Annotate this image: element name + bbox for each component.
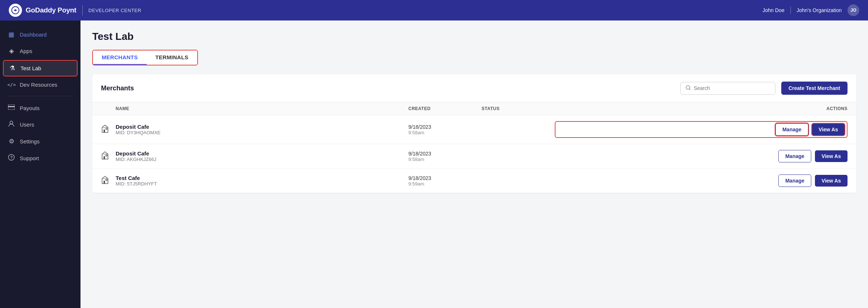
svg-rect-8: [104, 129, 105, 132]
devresources-icon: </>: [7, 82, 15, 87]
merchant-info: Test Cafe MID: 5TJ5RDHYFT: [116, 175, 408, 187]
avatar[interactable]: JO: [848, 4, 859, 16]
created-time: 9:58am: [408, 130, 482, 135]
sidebar-item-label: Apps: [20, 48, 32, 54]
page-header: Test Lab MERCHANTS TERMINALS: [81, 20, 868, 65]
created-date: 9/18/2023: [408, 124, 482, 130]
table-header: NAME CREATED STATUS ACTIONS: [92, 102, 856, 115]
svg-text:?: ?: [10, 155, 13, 159]
table-row: Deposit Cafe MID: DY3HQAOMXE 9/18/2023 9…: [92, 115, 856, 144]
svg-point-9: [106, 128, 107, 129]
svg-point-3: [10, 121, 13, 124]
apps-icon: ◈: [7, 47, 15, 55]
users-icon: [7, 120, 15, 129]
merchant-info: Deposit Cafe MID: AKGHKJZ66J: [116, 150, 408, 162]
page-title: Test Lab: [92, 31, 856, 42]
merchant-created: 9/18/2023 9:58am: [408, 124, 482, 135]
logo: GoDaddy Poynt: [9, 4, 76, 17]
merchant-created: 9/18/2023 9:58am: [408, 151, 482, 162]
sidebar-divider: [7, 96, 73, 96]
testlab-icon: ⚗: [8, 64, 16, 72]
view-as-button[interactable]: View As: [812, 124, 845, 135]
merchant-actions: Manage View As: [555, 121, 848, 138]
svg-rect-2: [8, 106, 15, 107]
manage-button[interactable]: Manage: [778, 150, 811, 162]
merchant-icon: [101, 151, 116, 162]
merchant-info: Deposit Cafe MID: DY3HQAOMXE: [116, 124, 408, 135]
col-created: CREATED: [408, 106, 482, 111]
merchant-name: Deposit Cafe: [116, 124, 408, 130]
merchant-icon: [101, 124, 116, 135]
merchants-table: NAME CREATED STATUS ACTIONS Deposit Cafe…: [92, 102, 856, 193]
merchant-mid: MID: DY3HQAOMXE: [116, 130, 408, 135]
logo-icon: [9, 4, 22, 17]
sidebar-item-apps[interactable]: ◈ Apps: [0, 43, 81, 59]
sidebar-item-label: Dev Resources: [20, 82, 57, 88]
org-name: John's Organization: [797, 7, 842, 13]
merchant-name: Test Cafe: [116, 175, 408, 181]
merchant-actions: Manage View As: [555, 150, 848, 162]
view-as-button[interactable]: View As: [815, 175, 848, 187]
nav-divider: [82, 5, 83, 15]
user-name: John Doe: [763, 7, 785, 13]
sidebar-item-label: Dashboard: [20, 31, 46, 38]
dashboard-icon: ▦: [7, 31, 15, 38]
merchant-icon: [101, 176, 116, 186]
table-row: Deposit Cafe MID: AKGHKJZ66J 9/18/2023 9…: [92, 144, 856, 169]
nav-user-area: John Doe John's Organization JO: [763, 4, 859, 16]
svg-point-6: [686, 86, 690, 89]
merchants-section-title: Merchants: [101, 84, 674, 92]
svg-point-11: [106, 155, 107, 156]
created-time: 9:58am: [408, 157, 482, 162]
create-test-merchant-button[interactable]: Create Test Merchant: [781, 82, 848, 95]
tabs-bar: MERCHANTS TERMINALS: [92, 50, 198, 65]
support-icon: ?: [7, 154, 15, 162]
top-nav: GoDaddy Poynt DEVELOPER CENTER John Doe …: [0, 0, 868, 20]
sidebar-item-users[interactable]: Users: [0, 116, 81, 133]
created-time: 9:59am: [408, 181, 482, 187]
svg-point-13: [106, 179, 107, 181]
merchant-mid: MID: 5TJ5RDHYFT: [116, 181, 408, 187]
nav-user-divider: [790, 7, 791, 14]
sidebar-item-label: Users: [20, 121, 34, 128]
merchants-header: Merchants Create Test Merchant: [92, 74, 856, 102]
col-status: STATUS: [482, 106, 555, 111]
search-box[interactable]: [680, 82, 775, 95]
created-date: 9/18/2023: [408, 151, 482, 157]
sidebar-item-label: Support: [20, 155, 39, 161]
tab-merchants[interactable]: MERCHANTS: [93, 50, 147, 65]
sidebar-item-label: Settings: [20, 138, 40, 144]
svg-rect-10: [104, 156, 105, 159]
merchant-name: Deposit Cafe: [116, 150, 408, 157]
sidebar-item-support[interactable]: ? Support: [0, 150, 81, 167]
view-as-button[interactable]: View As: [815, 150, 848, 162]
col-name: NAME: [116, 106, 408, 111]
sidebar-item-payouts[interactable]: Payouts: [0, 100, 81, 116]
manage-button[interactable]: Manage: [778, 174, 811, 187]
sidebar: ▦ Dashboard ◈ Apps ⚗ Test Lab </> Dev Re…: [0, 20, 81, 308]
svg-rect-12: [104, 181, 105, 184]
search-input[interactable]: [694, 85, 770, 91]
table-row: Test Cafe MID: 5TJ5RDHYFT 9/18/2023 9:59…: [92, 169, 856, 193]
svg-line-7: [689, 89, 691, 90]
settings-icon: ⚙: [7, 138, 15, 145]
merchants-section: Merchants Create Test Merchant NAME CREA…: [92, 74, 856, 193]
sidebar-item-label: Test Lab: [20, 65, 41, 71]
merchant-created: 9/18/2023 9:59am: [408, 175, 482, 187]
manage-button[interactable]: Manage: [775, 123, 808, 136]
sidebar-item-dashboard[interactable]: ▦ Dashboard: [0, 26, 81, 43]
merchant-actions: Manage View As: [555, 174, 848, 187]
payouts-icon: [7, 104, 15, 112]
main-content: Test Lab MERCHANTS TERMINALS Merchants C…: [81, 20, 868, 308]
tab-terminals[interactable]: TERMINALS: [147, 50, 197, 65]
sidebar-item-settings[interactable]: ⚙ Settings: [0, 133, 81, 150]
col-actions: ACTIONS: [555, 106, 848, 111]
sidebar-item-devresources[interactable]: </> Dev Resources: [0, 77, 81, 92]
search-icon: [686, 85, 691, 91]
dev-center-label: DEVELOPER CENTER: [89, 8, 142, 13]
created-date: 9/18/2023: [408, 175, 482, 181]
merchant-mid: MID: AKGHKJZ66J: [116, 157, 408, 162]
sidebar-item-label: Payouts: [20, 105, 40, 111]
sidebar-item-testlab[interactable]: ⚗ Test Lab: [3, 60, 78, 76]
brand-name: GoDaddy Poynt: [26, 6, 76, 14]
